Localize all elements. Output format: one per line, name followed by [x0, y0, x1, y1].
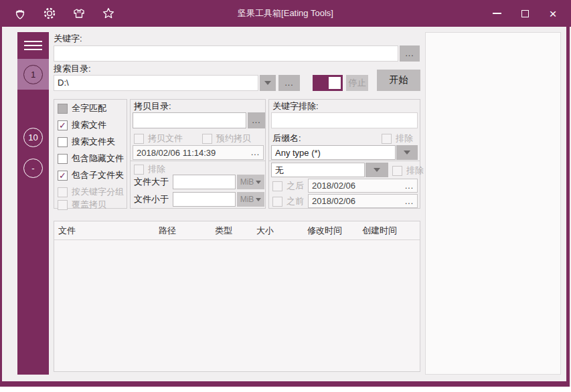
chevron-down-icon	[264, 81, 271, 85]
settings-gear-icon[interactable]	[42, 5, 58, 21]
app-window: 坚果工具箱[Eating Tools] × 1 10 - 关键字: ... 搜索…	[0, 0, 571, 387]
start-button[interactable]: 开始	[377, 70, 420, 91]
checkbox-whole-word[interactable]: 全字匹配	[58, 102, 106, 114]
after-more-button[interactable]: ...	[405, 181, 414, 191]
search-dir-input[interactable]: D:\	[54, 75, 258, 91]
results-table[interactable]: 文件 路径 类型 大小 修改时间 创建时间	[54, 221, 420, 372]
chevron-down-icon	[374, 168, 380, 172]
keyword-exclude-input[interactable]	[271, 112, 418, 128]
hamburger-menu-icon[interactable]	[17, 32, 49, 59]
checkbox-icon	[58, 200, 68, 210]
maximize-button[interactable]	[511, 0, 539, 27]
column-header-file[interactable]: 文件	[54, 225, 155, 237]
checkbox-label: 排除	[148, 163, 165, 175]
before-more-button[interactable]: ...	[405, 197, 414, 206]
keyword-browse-button[interactable]: ...	[400, 45, 420, 62]
search-dir-browse-button[interactable]: ...	[278, 75, 300, 91]
theme-shirt-icon[interactable]	[71, 5, 87, 21]
titlebar: 坚果工具箱[Eating Tools] ×	[0, 0, 571, 27]
window-border-bottom	[0, 381, 570, 387]
checkbox-include-hidden[interactable]: 包含隐藏文件	[58, 153, 124, 165]
column-header-path[interactable]: 路径	[155, 225, 211, 237]
suffix-combobox[interactable]: Any type (*)	[271, 145, 396, 160]
checkbox-suffix-exclude: 排除	[382, 132, 413, 144]
checkbox-icon	[272, 197, 282, 207]
copy-dir-browse-button[interactable]: ...	[248, 112, 265, 128]
checkbox-icon	[58, 187, 68, 197]
close-icon: ×	[549, 7, 556, 20]
checkbox-before: 之前	[272, 195, 304, 207]
file-smaller-unit-dropdown[interactable]: MiB	[237, 192, 264, 207]
datetime-more-button[interactable]: ...	[251, 148, 260, 157]
chevron-down-icon	[256, 198, 261, 201]
search-dir-label: 搜索目录:	[54, 64, 91, 74]
checkbox-overwrite-copy: 覆盖拷贝	[58, 199, 106, 211]
checkbox-icon	[58, 120, 68, 130]
sidebar-item-1-label: 1	[23, 65, 43, 84]
sidebar-item-10[interactable]: 10	[17, 122, 49, 153]
column-header-type[interactable]: 类型	[211, 225, 252, 237]
checkbox-label: 按关键字分组	[72, 186, 124, 198]
checkbox-label: 包含隐藏文件	[72, 153, 124, 165]
time-mode-dropdown-button[interactable]	[365, 163, 388, 177]
file-larger-label: 文件大于	[134, 177, 169, 187]
checkbox-label: 排除	[396, 132, 413, 144]
unit-label: MiB	[240, 195, 254, 204]
checkbox-label: 预约拷贝	[216, 132, 251, 144]
toggle-switch[interactable]	[313, 75, 343, 91]
checkbox-label: 之后	[287, 180, 304, 192]
checkbox-after: 之后	[272, 180, 304, 192]
checkbox-icon	[134, 134, 144, 144]
checkbox-label: 全字匹配	[72, 102, 106, 114]
checkbox-icon	[392, 166, 402, 176]
date-value: 2018/02/06	[312, 196, 355, 206]
file-larger-input[interactable]	[173, 175, 236, 189]
sidebar-item-minus[interactable]: -	[17, 153, 49, 183]
column-header-modified[interactable]: 修改时间	[303, 225, 358, 237]
checkbox-icon	[58, 137, 68, 147]
time-mode-combobox[interactable]: 无	[271, 163, 365, 177]
acorn-logo-icon[interactable]	[12, 5, 28, 21]
checkbox-label: 包含子文件夹	[72, 169, 124, 181]
window-border-right	[566, 27, 570, 387]
checkbox-search-folders[interactable]: 搜索文件夹	[58, 136, 115, 148]
keyword-label: 关键字:	[54, 33, 82, 44]
toggle-knob	[329, 77, 341, 89]
chevron-down-icon	[404, 151, 410, 155]
checkbox-icon	[272, 181, 282, 191]
checkbox-group-by-keyword: 按关键字分组	[58, 186, 124, 198]
checkbox-label: 覆盖拷贝	[72, 199, 106, 211]
close-button[interactable]: ×	[539, 0, 567, 27]
checkbox-icon	[58, 154, 68, 164]
file-larger-unit-dropdown[interactable]: MiB	[237, 175, 264, 189]
results-table-header: 文件 路径 类型 大小 修改时间 创建时间	[54, 221, 420, 240]
checkbox-icon	[134, 165, 144, 175]
favorite-star-icon[interactable]	[100, 5, 116, 21]
checkbox-label: 拷贝文件	[148, 132, 183, 144]
file-smaller-label: 文件小于	[134, 194, 169, 205]
file-smaller-input[interactable]	[173, 192, 236, 207]
checkbox-include-subfolders[interactable]: 包含子文件夹	[58, 169, 124, 181]
checkbox-size-exclude: 排除	[134, 163, 165, 175]
checkbox-label: 之前	[287, 195, 304, 207]
checkbox-search-files[interactable]: 搜索文件	[58, 119, 106, 131]
checkbox-icon	[202, 134, 212, 144]
copy-datetime-field[interactable]: 2018/02/06 11:14:39...	[133, 145, 264, 160]
keyword-input[interactable]	[54, 45, 398, 62]
datetime-value: 2018/02/06 11:14:39	[137, 148, 216, 158]
sidebar-item-1[interactable]: 1	[17, 59, 49, 90]
checkbox-label: 排除	[406, 165, 424, 177]
search-dir-dropdown-button[interactable]	[260, 75, 276, 91]
stop-button[interactable]: 停止	[346, 75, 368, 91]
minimize-button[interactable]	[483, 0, 511, 27]
checkbox-icon	[382, 134, 392, 144]
column-header-size[interactable]: 大小	[252, 225, 303, 237]
checkbox-time-exclude: 排除	[392, 165, 424, 177]
column-header-created[interactable]: 创建时间	[358, 225, 420, 237]
copy-dir-input[interactable]	[133, 112, 246, 128]
after-date-field[interactable]: 2018/02/06...	[308, 179, 418, 193]
before-date-field[interactable]: 2018/02/06...	[308, 194, 418, 208]
suffix-dropdown-button[interactable]	[396, 145, 418, 160]
copy-dir-label: 拷贝目录:	[134, 101, 171, 112]
right-results-panel[interactable]	[425, 32, 561, 375]
